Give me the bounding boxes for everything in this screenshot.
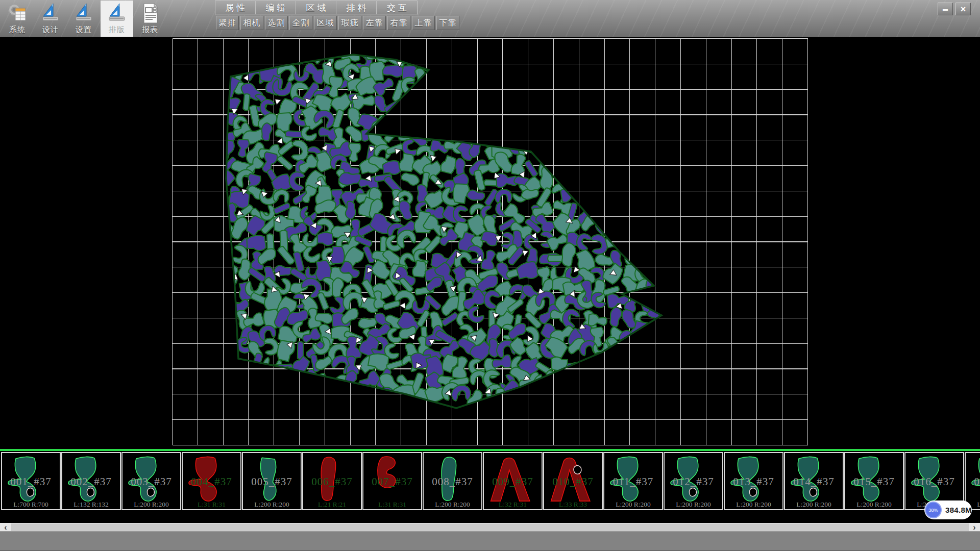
piece-hole: [574, 466, 581, 474]
pattern-thumbnail-15[interactable]: 015_#37L:200 R:200: [844, 452, 904, 510]
menu-tab-4[interactable]: 排料: [336, 1, 377, 14]
action-button-4[interactable]: 全割: [289, 16, 312, 30]
piece-hole: [810, 488, 817, 496]
mode-button-5[interactable]: 报表: [134, 1, 166, 37]
thumbnail-lr-count: L:200 R:200: [122, 500, 180, 509]
piece-marker-icon: [274, 98, 281, 106]
thumbnail-lr-count: L:31 R:31: [363, 500, 421, 509]
system-gear-icon: [7, 3, 28, 24]
thumbnail-lr-count: L:200 R:200: [845, 500, 903, 509]
thumbnail-lr-count: L:200 R:200: [604, 500, 662, 509]
piece-marker-icon: [663, 271, 671, 280]
pattern-thumbnail-1[interactable]: 001_#37L:700 R:700: [1, 452, 61, 510]
piece-marker-icon: [652, 234, 660, 243]
thumbnail-id-label: 014_#37: [785, 475, 843, 488]
pattern-thumbnail-5[interactable]: 005_#37L:200 R:200: [242, 452, 302, 510]
memory-usage-label: 384.8M: [945, 500, 972, 519]
thumbnail-id-label: 004_#37: [183, 475, 240, 488]
memory-percent-badge: 38%: [925, 502, 942, 518]
pattern-thumbnail-14[interactable]: 014_#37L:200 R:200: [784, 452, 844, 510]
pattern-thumbnail-8[interactable]: 008_#37L:200 R:200: [423, 452, 482, 510]
piece-hole: [27, 488, 34, 496]
piece-marker-icon: [613, 56, 619, 62]
piece-marker-icon: [246, 366, 255, 375]
piece-hole: [147, 488, 154, 496]
scroll-left-icon[interactable]: ‹: [0, 523, 11, 531]
thumbnail-id-label: 008_#37: [424, 475, 481, 488]
thumbnail-id-label: 005_#37: [243, 475, 301, 488]
action-button-row: 聚排相机选割全割区域瑕疵左靠右靠上靠下靠: [216, 16, 459, 30]
thumbnail-id-label: 010_#37: [544, 475, 602, 488]
pattern-thumbnail-9[interactable]: 009_#37L:32 R:31: [483, 452, 543, 510]
nesting-app-window: 系统设计设置排版报表 属性编辑区域排料交互 聚排相机选割全割区域瑕疵左靠右靠上靠…: [0, 0, 980, 551]
action-button-7[interactable]: 左靠: [363, 16, 386, 30]
pattern-thumbnail-3[interactable]: 003_#37L:200 R:200: [121, 452, 181, 510]
nesting-canvas[interactable]: [0, 37, 980, 449]
menu-tab-2[interactable]: 编辑: [256, 1, 296, 14]
thumbnail-lr-count: L:200 R:200: [725, 500, 782, 509]
piece-marker-icon: [444, 66, 452, 74]
piece-marker-icon: [489, 54, 496, 61]
mode-button-label: 报表: [142, 25, 158, 35]
report-icon: [139, 2, 161, 25]
close-button[interactable]: ×: [955, 3, 971, 15]
set-square-icon: [74, 3, 94, 24]
action-button-1[interactable]: 聚排: [216, 16, 239, 30]
piece-marker-icon: [665, 303, 672, 310]
piece-hole: [749, 488, 756, 496]
piece-marker-icon: [662, 365, 668, 371]
set-square-icon: [73, 2, 94, 25]
action-button-2[interactable]: 相机: [240, 16, 263, 30]
mode-button-2[interactable]: 设计: [34, 1, 67, 37]
mode-button-label: 排版: [109, 25, 125, 35]
action-button-5[interactable]: 区域: [314, 16, 337, 30]
piece-marker-icon: [399, 302, 406, 309]
mode-button-4[interactable]: 排版: [101, 1, 133, 37]
minimize-button[interactable]: ▬: [938, 3, 953, 15]
thumbnail-id-label: 003_#37: [122, 475, 180, 488]
action-button-6[interactable]: 瑕疵: [338, 16, 361, 30]
pattern-thumbnail-12[interactable]: 012_#37L:200 R:200: [664, 452, 723, 510]
menu-tab-3[interactable]: 区域: [296, 1, 336, 14]
pattern-thumbnail-strip: 001_#37L:700 R:700002_#37L:132 R:132003_…: [0, 451, 980, 523]
thumbnail-id-label: 007_#37: [363, 475, 421, 488]
action-button-10[interactable]: 下靠: [436, 16, 459, 30]
mode-button-label: 设置: [76, 25, 92, 35]
set-square-icon: [107, 3, 127, 24]
memory-badge: 38% 384.8M: [924, 500, 972, 519]
main-mode-buttons: 系统设计设置排版报表: [1, 1, 166, 37]
thumbnail-lr-count: L:700 R:700: [2, 500, 60, 509]
scroll-right-icon[interactable]: ›: [969, 523, 980, 531]
piece-marker-icon: [451, 107, 457, 113]
menu-tab-5[interactable]: 交互: [377, 1, 417, 14]
thumbnail-id-label: 001_#37: [2, 475, 60, 488]
thumbnail-lr-count: L:32 R:31: [484, 500, 542, 509]
piece-marker-icon: [558, 67, 567, 76]
piece-marker-icon: [600, 187, 606, 193]
piece-marker-icon: [643, 345, 651, 354]
pattern-thumbnail-10[interactable]: 010_#37L:33 R:33: [543, 452, 603, 510]
thumbnail-id-label: 013_#37: [725, 475, 782, 488]
piece-marker-icon: [622, 372, 630, 380]
menu-tab-1[interactable]: 属性: [215, 1, 256, 14]
piece-marker-icon: [554, 131, 563, 139]
pattern-thumbnail-11[interactable]: 011_#37L:200 R:200: [603, 452, 663, 510]
horizontal-scrollbar[interactable]: ‹ ›: [0, 523, 980, 531]
mode-button-3[interactable]: 设置: [67, 1, 100, 37]
piece-marker-icon: [405, 104, 413, 113]
pattern-thumbnail-13[interactable]: 013_#37L:200 R:200: [724, 452, 783, 510]
thumbnail-id-label: 012_#37: [665, 475, 722, 488]
thumbnail-id-label: 015_#37: [845, 475, 903, 488]
pattern-thumbnail-4[interactable]: 004_#37L:31 R:31: [182, 452, 241, 510]
piece-marker-icon: [621, 211, 628, 218]
action-button-8[interactable]: 右靠: [387, 16, 410, 30]
status-bar: [0, 531, 980, 551]
piece-marker-icon: [607, 150, 615, 158]
action-button-3[interactable]: 选割: [265, 16, 288, 30]
piece-marker-icon: [484, 107, 493, 115]
action-button-9[interactable]: 上靠: [412, 16, 435, 30]
pattern-thumbnail-2[interactable]: 002_#37L:132 R:132: [61, 452, 121, 510]
mode-button-1[interactable]: 系统: [1, 1, 34, 37]
pattern-thumbnail-6[interactable]: 006_#37L:21 R:21: [302, 452, 362, 510]
pattern-thumbnail-7[interactable]: 007_#37L:31 R:31: [362, 452, 422, 510]
